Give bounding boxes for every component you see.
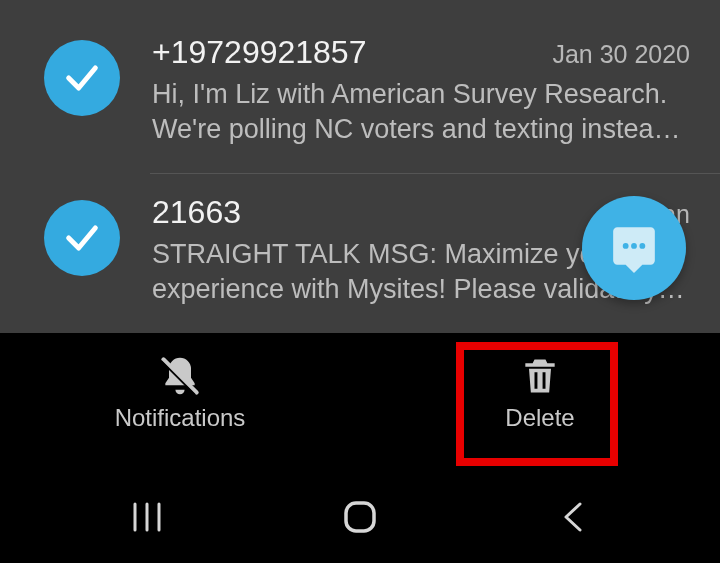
selected-check-icon[interactable] (44, 40, 120, 116)
action-bar: Notifications Delete (0, 333, 720, 447)
sender-name: 21663 (152, 194, 241, 231)
home-button[interactable] (320, 493, 400, 541)
delete-label: Delete (505, 404, 574, 432)
svg-point-2 (639, 243, 645, 249)
sender-name: +19729921857 (152, 34, 366, 71)
recents-button[interactable] (107, 493, 187, 541)
conversation-date: Jan 30 2020 (552, 40, 696, 69)
svg-point-0 (623, 243, 629, 249)
bell-off-icon (158, 354, 202, 398)
compose-message-fab[interactable] (582, 196, 686, 300)
system-nav-bar (0, 479, 720, 563)
message-preview: Hi, I'm Liz with American Survey Researc… (152, 77, 696, 147)
notifications-label: Notifications (115, 404, 246, 432)
svg-point-1 (631, 243, 637, 249)
selected-check-icon[interactable] (44, 200, 120, 276)
svg-rect-8 (346, 503, 374, 531)
conversation-body: +19729921857 Jan 30 2020 Hi, I'm Liz wit… (152, 34, 696, 147)
delete-button[interactable]: Delete (360, 339, 720, 447)
back-button[interactable] (533, 493, 613, 541)
notifications-button[interactable]: Notifications (0, 339, 360, 447)
trash-icon (518, 354, 562, 398)
conversation-row[interactable]: +19729921857 Jan 30 2020 Hi, I'm Liz wit… (0, 14, 720, 173)
